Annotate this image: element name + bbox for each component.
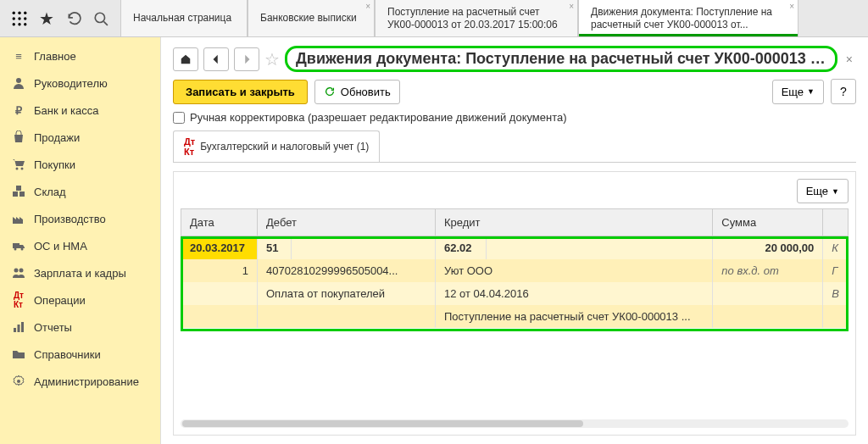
sidebar-item-label: Склад [34,186,66,198]
grid-icon[interactable] [12,11,27,26]
sidebar-item-ops[interactable]: ДтКтОперации [0,286,160,314]
sidebar-item-bank[interactable]: ₽Банк и касса [0,97,160,124]
save-close-button[interactable]: Записать и закрыть [173,80,308,104]
chevron-down-icon: ▼ [832,187,839,196]
cell-empty [258,305,436,328]
sidebar-item-main[interactable]: ≡Главное [0,42,160,69]
subtab-accounting[interactable]: ДтКт Бухгалтерский и налоговый учет (1) [173,130,380,162]
sidebar-item-label: Главное [34,50,76,63]
gear-icon [12,375,25,388]
manual-edit-label: Ручная корректировка (разрешает редактир… [190,111,567,124]
col-extra [823,209,849,236]
sidebar-item-stock[interactable]: Склад [0,178,160,205]
col-debit[interactable]: Дебет [258,209,436,236]
movements-table: Дата Дебет Кредит Сумма 20.03.2017 51 [181,208,849,328]
close-icon[interactable]: × [569,2,574,11]
home-button[interactable] [173,47,198,71]
topbar-icons: ★ [0,0,120,36]
cell-empty [292,236,436,260]
forward-button[interactable] [234,47,259,71]
col-date[interactable]: Дата [181,209,258,236]
table-row[interactable]: Поступление на расчетный счет УК00-00001… [181,305,849,328]
table-area: Еще▼ Дата Дебет Кредит Сумма [173,171,856,436]
sidebar-item-purchase[interactable]: Покупки [0,151,160,178]
star-icon[interactable]: ★ [39,11,54,26]
tab-bank[interactable]: Банковские выписки× [248,0,375,36]
svg-point-7 [18,23,20,25]
svg-point-11 [16,78,21,83]
svg-point-19 [21,248,24,251]
help-button[interactable]: ? [831,79,856,104]
cell-n: 1 [181,259,258,282]
history-icon[interactable] [66,11,81,26]
table-toolbar: Еще▼ [181,179,849,203]
cell-credit-sub: Уют ООО [436,259,713,282]
more-button[interactable]: Еще▼ [772,80,824,104]
svg-line-10 [103,21,108,25]
svg-point-12 [16,168,19,170]
cell-credit-sub: Поступление на расчетный счет УК00-00001… [436,305,713,328]
sidebar-item-refs[interactable]: Справочники [0,341,160,368]
cell-credit-sub: 12 от 04.04.2016 [436,282,713,305]
sidebar-item-label: ОС и НМА [34,240,87,253]
sidebar-item-reports[interactable]: Отчеты [0,314,160,341]
horizontal-scrollbar[interactable] [181,419,849,428]
search-icon[interactable] [93,11,108,26]
cell-empty [487,236,713,260]
tabs: Начальная страница Банковские выписки× П… [120,0,868,36]
svg-point-3 [13,17,15,19]
svg-point-1 [18,11,20,14]
refresh-button[interactable]: Обновить [314,80,400,104]
close-icon[interactable]: × [789,2,794,11]
sidebar-item-manager[interactable]: Руководителю [0,69,160,97]
cell-sum: 20 000,00 [713,236,823,260]
main: ≡Главное Руководителю ₽Банк и касса Прод… [0,37,868,444]
sidebar-item-label: Отчеты [34,321,72,334]
person-icon [12,76,25,90]
close-icon[interactable]: × [843,53,856,66]
dkt-icon: ДтКт [184,136,195,157]
favorite-icon[interactable]: ☆ [264,49,280,69]
svg-rect-17 [13,243,19,248]
col-credit[interactable]: Кредит [436,209,713,236]
svg-point-0 [13,11,15,14]
svg-point-8 [24,23,26,25]
menu-icon: ≡ [12,49,25,63]
table-row[interactable]: Оплата от покупателей 12 от 04.04.2016 В [181,282,849,305]
sidebar-item-payroll[interactable]: Зарплата и кадры [0,259,160,286]
cell-ex: Г [823,259,849,282]
svg-rect-24 [21,322,24,332]
svg-rect-15 [19,191,25,197]
sidebar-item-production[interactable]: Производство [0,205,160,232]
content: ☆ Движения документа: Поступление на рас… [161,37,868,444]
sidebar-item-sales[interactable]: Продажи [0,124,160,151]
sidebar-item-label: Руководителю [34,77,108,90]
more-label: Еще [782,86,804,98]
chart-icon [12,320,25,334]
sidebar-item-admin[interactable]: Администрирование [0,368,160,395]
col-sum[interactable]: Сумма [713,209,823,236]
sidebar-item-assets[interactable]: ОС и НМА [0,232,160,259]
tab-home[interactable]: Начальная страница [120,0,248,36]
back-button[interactable] [203,47,229,71]
people-icon [12,266,25,280]
page-title: Движения документа: Поступление на расче… [285,46,837,72]
tab-movements[interactable]: Движения документа: Поступление на расче… [578,0,798,36]
sidebar-item-label: Производство [34,213,106,225]
table-row[interactable]: 1 40702810299996505004... Уют ООО по вх.… [181,259,849,282]
folder-icon [12,347,25,361]
cell-empty [823,305,849,328]
more-label: Еще [806,185,828,197]
tab-receipt[interactable]: Поступление на расчетный счет УК00-00001… [375,0,578,36]
subtab-row: ДтКт Бухгалтерский и налоговый учет (1) [173,130,856,163]
table-row[interactable]: 20.03.2017 51 62.02 20 000,00 К [181,236,849,260]
svg-point-4 [18,17,20,19]
tab-label: Движения документа: Поступление на расче… [591,6,786,31]
svg-point-20 [14,269,19,273]
subtab-label: Бухгалтерский и налоговый учет (1) [200,141,369,153]
close-icon[interactable]: × [365,2,370,11]
manual-edit-checkbox[interactable] [173,112,185,124]
sidebar: ≡Главное Руководителю ₽Банк и касса Прод… [0,37,161,444]
table-more-button[interactable]: Еще▼ [797,179,849,203]
manual-edit-row: Ручная корректировка (разрешает редактир… [173,111,856,124]
